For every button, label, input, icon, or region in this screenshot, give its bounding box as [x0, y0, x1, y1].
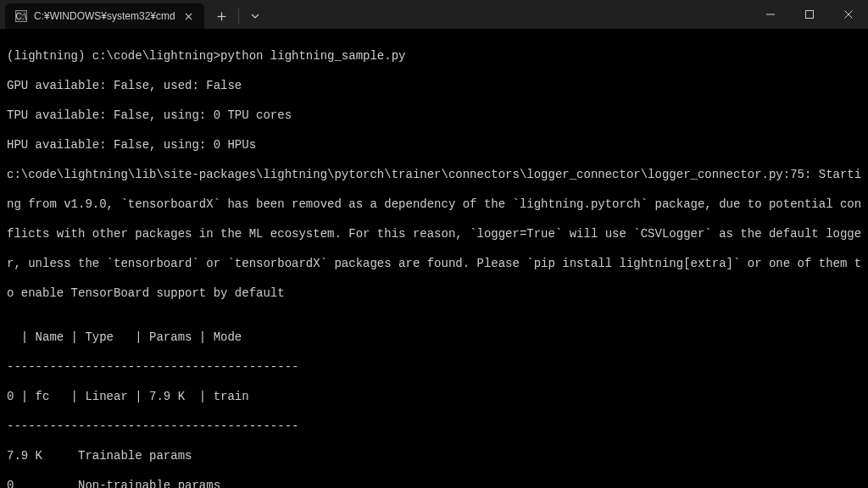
output-line: GPU available: False, used: False [7, 79, 861, 94]
tab-actions [209, 3, 268, 29]
terminal-tab[interactable]: C:\ C:¥WINDOWS¥system32¥cmd [5, 3, 204, 29]
close-icon [844, 10, 853, 19]
output-line: ----------------------------------------… [7, 360, 861, 375]
output-line: ng from v1.9.0, `tensorboardX` has been … [7, 197, 861, 213]
output-line: c:\code\lightning\lib\site-packages\ligh… [7, 168, 861, 183]
window-titlebar: C:\ C:¥WINDOWS¥system32¥cmd [0, 0, 868, 29]
minimize-icon [766, 10, 775, 19]
tab-title: C:¥WINDOWS¥system32¥cmd [34, 10, 175, 22]
maximize-icon [805, 10, 814, 19]
output-line: r, unless the `tensorboard` or `tensorbo… [7, 257, 861, 272]
tab-dropdown-button[interactable] [242, 3, 268, 29]
window-controls [751, 0, 868, 29]
output-line: (lightning) c:\code\lightning>python lig… [7, 49, 861, 64]
divider [238, 8, 239, 24]
output-line: | Name | Type | Params | Mode [7, 330, 861, 346]
output-line: 7.9 K Trainable params [7, 449, 861, 464]
svg-rect-5 [806, 11, 814, 19]
output-line: HPU available: False, using: 0 HPUs [7, 138, 861, 153]
maximize-button[interactable] [790, 0, 829, 29]
terminal-output[interactable]: (lightning) c:\code\lightning>python lig… [0, 29, 868, 488]
chevron-down-icon [251, 14, 259, 19]
output-line: flicts with other packages in the ML eco… [7, 227, 861, 242]
titlebar-drag-region[interactable] [268, 0, 751, 29]
output-line: o enable TensorBoard support by default [7, 286, 861, 302]
tab-close-button[interactable] [182, 9, 196, 23]
output-line: 0 Non-trainable params [7, 479, 861, 488]
new-tab-button[interactable] [209, 3, 235, 29]
close-window-button[interactable] [829, 0, 868, 29]
output-line: 0 | fc | Linear | 7.9 K | train [7, 390, 861, 405]
cmd-icon: C:\ [15, 10, 27, 22]
output-line: ----------------------------------------… [7, 419, 861, 435]
output-line: TPU available: False, using: 0 TPU cores [7, 108, 861, 124]
plus-icon [217, 12, 226, 21]
close-icon [185, 13, 192, 20]
minimize-button[interactable] [751, 0, 790, 29]
